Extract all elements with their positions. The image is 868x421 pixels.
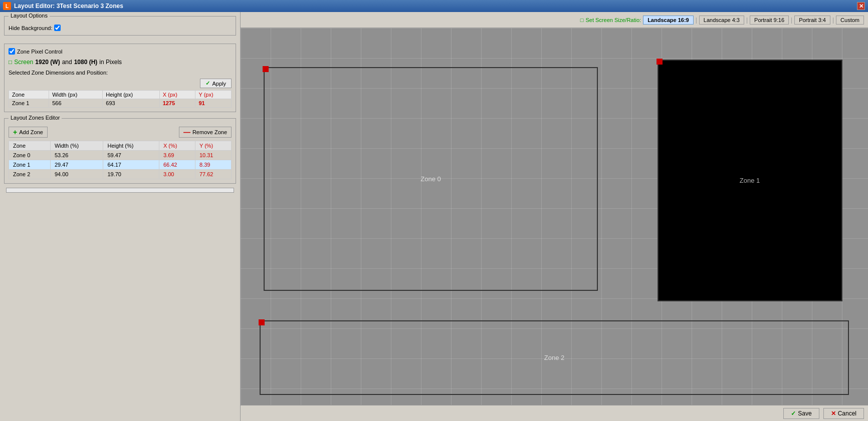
col-y-px: Y (px) xyxy=(195,91,232,99)
add-zone-button[interactable]: + Add Zone xyxy=(9,127,48,138)
screen-link[interactable]: Screen xyxy=(14,59,33,66)
zt-col-zone: Zone xyxy=(9,141,51,151)
in-pixels-text: in Pixels xyxy=(99,59,122,66)
sz-y: 91 xyxy=(195,99,232,108)
zone-handle-zone-2[interactable] xyxy=(259,319,265,325)
canvas-bottom-toolbar: ✓ Save ✕ Cancel xyxy=(241,405,868,421)
sz-width: 566 xyxy=(49,99,103,108)
screen-ratio-label: □ Set Screen Size/Ratio: xyxy=(580,17,641,23)
zone-label-zone-1: Zone 1 xyxy=(740,177,760,184)
zt-zone-y: 10.31 xyxy=(195,151,231,160)
canvas-toolbar: □ Set Screen Size/Ratio: Landscape 16:9 … xyxy=(241,12,868,28)
layout-options-group: Layout Options Hide Background: xyxy=(4,16,236,36)
screen-icon: □ xyxy=(9,59,12,66)
zone-pixel-control-group: Zone Pixel Control □ Screen 1920 (W) and… xyxy=(4,44,236,112)
zt-zone-x: 3.69 xyxy=(159,151,195,160)
col-x-px: X (px) xyxy=(159,91,195,99)
zt-zone-width: 53.26 xyxy=(50,151,103,160)
selected-zone-row: Zone 1 566 693 1275 91 xyxy=(9,99,232,108)
zones-editor-table: Zone Width (%) Height (%) X (%) Y (%) Zo… xyxy=(9,141,232,179)
zt-zone-y: 77.62 xyxy=(195,170,231,179)
zt-zone-name: Zone 1 xyxy=(9,160,51,170)
hide-background-text: Hide Background: xyxy=(9,25,52,31)
sz-height: 693 xyxy=(103,99,159,108)
left-panel-scrollbar[interactable] xyxy=(4,188,236,196)
sz-zone: Zone 1 xyxy=(9,99,49,108)
col-width-px: Width (px) xyxy=(49,91,103,99)
zt-col-y: Y (%) xyxy=(195,141,231,151)
zt-zone-width: 94.00 xyxy=(50,170,103,179)
ratio-portrait-9-16[interactable]: Portrait 9:16 xyxy=(750,16,789,25)
zone-zone-1[interactable]: Zone 1 xyxy=(658,60,842,301)
title-bar: L Layout Editor: 3Test Scenario 3 Zones … xyxy=(0,0,868,12)
zt-zone-x: 3.00 xyxy=(159,170,195,179)
col-zone: Zone xyxy=(9,91,49,99)
remove-zone-button[interactable]: — Remove Zone xyxy=(179,127,232,138)
zone-row[interactable]: Zone 0 53.26 59.47 3.69 10.31 xyxy=(9,151,232,160)
hide-background-label: Hide Background: xyxy=(9,25,61,31)
ratio-portrait-3-4[interactable]: Portrait 3:4 xyxy=(794,16,830,25)
screen-ratio-icon: □ xyxy=(580,17,584,23)
zone-zone-2[interactable]: Zone 2 xyxy=(260,320,849,394)
zt-zone-x: 66.42 xyxy=(159,160,195,170)
zt-zone-height: 59.47 xyxy=(103,151,159,160)
cancel-button[interactable]: ✕ Cancel xyxy=(823,408,864,419)
zone-row[interactable]: Zone 2 94.00 19.70 3.00 77.62 xyxy=(9,170,232,179)
apply-button[interactable]: ✓ Apply xyxy=(200,79,232,88)
sz-x: 1275 xyxy=(159,99,195,108)
and-text: and xyxy=(62,59,72,66)
ratio-custom[interactable]: Custom xyxy=(836,16,864,25)
zone-dimensions-table: Zone Width (px) Height (px) X (px) Y (px… xyxy=(9,90,232,108)
zt-zone-name: Zone 2 xyxy=(9,170,51,179)
left-panel: Layout Options Hide Background: Zone Pix… xyxy=(0,12,241,421)
zt-zone-height: 19.70 xyxy=(103,170,159,179)
save-button[interactable]: ✓ Save xyxy=(783,408,819,419)
zt-zone-height: 64.17 xyxy=(103,160,159,170)
ratio-landscape-4-3[interactable]: Landscape 4:3 xyxy=(699,16,744,25)
zt-zone-y: 8.39 xyxy=(195,160,231,170)
zone-pixel-checkbox[interactable] xyxy=(9,48,15,55)
zone-zone-0[interactable]: Zone 0 xyxy=(264,67,598,291)
screen-ratio-text: Set Screen Size/Ratio: xyxy=(585,17,641,23)
canvas-grid: Zone 0Zone 1Zone 2 xyxy=(241,28,868,405)
hide-background-checkbox[interactable] xyxy=(54,25,61,31)
selected-zone-dimensions-label: Selected Zone Dimensions and Position: xyxy=(9,70,232,76)
zone-label-zone-0: Zone 0 xyxy=(420,175,441,183)
zt-col-height: Height (%) xyxy=(103,141,159,151)
zt-zone-width: 29.47 xyxy=(50,160,103,170)
layout-zones-editor-group: Layout Zones Editor + Add Zone — Remove … xyxy=(4,118,236,184)
zone-label-zone-2: Zone 2 xyxy=(544,354,564,361)
zt-col-width: Width (%) xyxy=(50,141,103,151)
height-value: 1080 (H) xyxy=(74,59,98,66)
zt-col-x: X (%) xyxy=(159,141,195,151)
layout-zones-editor-title: Layout Zones Editor xyxy=(9,115,62,121)
width-value: 1920 (W) xyxy=(35,59,60,66)
zt-zone-name: Zone 0 xyxy=(9,151,51,160)
zone-row[interactable]: Zone 1 29.47 64.17 66.42 8.39 xyxy=(9,160,232,170)
zone-pixel-title: Zone Pixel Control xyxy=(17,49,63,55)
app-icon: L xyxy=(3,2,11,10)
canvas-area: □ Set Screen Size/Ratio: Landscape 16:9 … xyxy=(241,12,868,421)
close-button[interactable]: ✕ xyxy=(857,2,865,10)
main-container: Layout Options Hide Background: Zone Pix… xyxy=(0,12,868,421)
layout-options-title: Layout Options xyxy=(9,13,50,19)
zones-editor-toolbar: + Add Zone — Remove Zone xyxy=(9,127,232,138)
col-height-px: Height (px) xyxy=(103,91,159,99)
zone-handle-zone-0[interactable] xyxy=(263,66,269,72)
window-title: Layout Editor: 3Test Scenario 3 Zones xyxy=(14,3,123,10)
zone-handle-zone-1[interactable] xyxy=(657,59,663,65)
ratio-landscape-16-9[interactable]: Landscape 16:9 xyxy=(643,16,694,25)
